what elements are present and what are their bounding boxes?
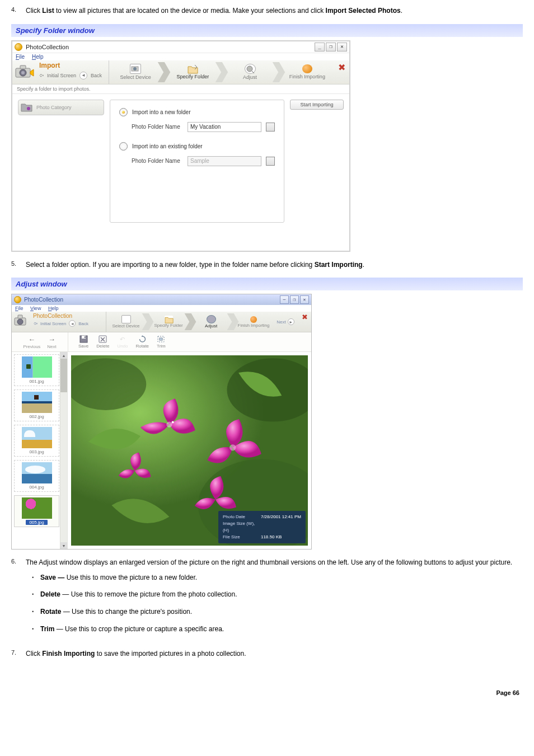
specify-folder-window: PhotoCollection _ ❐ ✕ File Help	[11, 40, 350, 252]
step-specify-folder[interactable]: Specify Folder	[150, 316, 187, 328]
radio-new-folder[interactable]	[119, 108, 128, 116]
close-tool[interactable]: ✖	[298, 312, 311, 332]
select-device-icon	[121, 315, 131, 323]
adjust-window: PhotoCollection – ❐ ✕ File View Help	[11, 294, 312, 550]
thumbnail-caption: 005.jpg	[26, 520, 47, 525]
trim-icon	[157, 335, 165, 343]
meta-date-value: 7/28/2001 12:41 PM	[261, 514, 301, 520]
bullet-icon: ▪	[26, 589, 40, 598]
radio-existing-folder[interactable]	[119, 142, 128, 151]
step-adjust[interactable]: Adjust	[225, 64, 275, 80]
back-label: Back	[78, 321, 88, 326]
adjust-icon	[207, 315, 216, 323]
app-icon	[15, 43, 22, 51]
folder-name-input-disabled: Sample	[188, 156, 261, 166]
thumbnail-caption: 003.jpg	[29, 449, 44, 454]
menu-help[interactable]: Help	[48, 306, 59, 311]
back-button[interactable]: ◄	[79, 72, 87, 79]
initial-screen-icon: ➪	[33, 321, 38, 326]
menu-file[interactable]: File	[16, 54, 25, 60]
step-5-text: Select a folder option. If you are impor…	[26, 260, 523, 270]
meta-date-label: Photo Date	[223, 514, 255, 520]
thumbnail-item[interactable]: 001.jpg	[14, 354, 59, 386]
scrollbar[interactable]: ▲ ▼	[60, 352, 67, 549]
thumbnail-caption: 002.jpg	[29, 414, 44, 419]
back-button[interactable]: ◄	[69, 320, 76, 327]
thumbnail-item[interactable]: 003.jpg	[14, 425, 59, 457]
thumbnail-image	[22, 427, 52, 448]
delete-button[interactable]: Delete	[96, 335, 109, 349]
thumbnail-image	[22, 497, 52, 519]
rotate-icon	[138, 335, 147, 343]
svg-rect-13	[85, 336, 86, 338]
svg-point-2	[21, 71, 25, 74]
trim-button[interactable]: Trim	[157, 335, 166, 349]
minimize-button[interactable]: –	[280, 295, 289, 304]
step-7-text: Click Finish Importing to save the impor…	[26, 649, 523, 659]
initial-screen-link[interactable]: Initial Screen	[47, 73, 76, 78]
menu-file[interactable]: File	[15, 306, 24, 311]
nav-next[interactable]: → Next	[47, 335, 56, 349]
save-button[interactable]: Save	[78, 335, 88, 349]
folder-name-input[interactable]: My Vacation	[188, 122, 261, 132]
meta-filesize-label: File Size	[223, 534, 255, 541]
thumbnail-item[interactable]: 002.jpg	[14, 389, 59, 421]
browse-button-disabled	[266, 157, 275, 166]
undo-icon: ↶	[118, 335, 127, 343]
step-select-device[interactable]: Select Device	[110, 64, 161, 80]
close-button[interactable]: ✕	[300, 295, 309, 304]
wizard-steps: Select Device Specify Folder Adjust	[109, 60, 334, 84]
finish-icon	[302, 64, 312, 73]
specify-folder-heading: Specify Folder window	[11, 24, 523, 37]
photo-category-card[interactable]: Photo Category	[18, 100, 104, 115]
minimize-button[interactable]: _	[315, 43, 325, 51]
browse-button[interactable]	[266, 123, 275, 132]
step-finish-importing[interactable]: Finish Importing	[282, 64, 332, 79]
import-block: PhotoCollection ➪ Initial Screen ◄ Back	[12, 312, 106, 332]
step-select-device[interactable]: Select Device	[107, 315, 144, 328]
start-importing-button[interactable]: Start Importing	[290, 100, 344, 110]
adjust-icon	[245, 64, 256, 74]
page-footer: Page 66	[11, 667, 523, 699]
rotate-button[interactable]: Rotate	[135, 335, 149, 349]
step-4-text: Click List to view all pictures that are…	[26, 6, 523, 16]
scroll-thumb[interactable]	[60, 359, 67, 392]
next-button[interactable]: Next ►	[273, 312, 298, 332]
preview-panel: Photo Date7/28/2001 12:41 PM Image Size …	[68, 352, 311, 549]
photo-metadata: Photo Date7/28/2001 12:41 PM Image Size …	[218, 511, 306, 543]
maximize-button[interactable]: ❐	[290, 295, 299, 304]
folder-options-panel: Import into a new folder Photo Folder Na…	[110, 100, 284, 223]
step-5-number: 5.	[11, 260, 26, 267]
nav-previous[interactable]: ← Previous	[23, 335, 40, 349]
maximize-button[interactable]: ❐	[326, 43, 336, 51]
app-icon	[14, 296, 21, 303]
initial-screen-link[interactable]: Initial Screen	[40, 321, 66, 326]
meta-size-label: Image Size (W), (H)	[223, 520, 255, 534]
close-button[interactable]: ✕	[337, 43, 347, 51]
sub-trim: ▪ Trim — Use this to crop the picture or…	[26, 624, 523, 635]
adjust-window-heading: Adjust window	[11, 278, 523, 290]
step-6: 6. The Adjust window displays an enlarge…	[11, 557, 523, 641]
bullet-icon: ▪	[26, 572, 40, 581]
window-controls: _ ❐ ✕	[315, 43, 347, 51]
close-tool[interactable]: ✖	[334, 60, 349, 84]
arrow-left-icon: ←	[28, 335, 35, 344]
thumbnail-item[interactable]: 004.jpg	[14, 460, 59, 492]
next-arrow-icon: ►	[288, 318, 294, 325]
thumbnail-image	[22, 462, 52, 483]
step-7: 7. Click Finish Importing to save the im…	[11, 649, 523, 659]
thumbnail-image	[22, 392, 52, 413]
svg-point-5	[133, 67, 137, 71]
step-finish-importing[interactable]: Finish Importing	[235, 316, 272, 328]
import-block: Import ➪ Initial Screen ◄ Back	[12, 60, 109, 84]
menu-view[interactable]: View	[30, 306, 41, 311]
menu-help[interactable]: Help	[32, 54, 44, 60]
import-label: Import	[39, 62, 109, 69]
step-4: 4. Click List to view all pictures that …	[11, 6, 523, 16]
step-5: 5. Select a folder option. If you are im…	[11, 260, 523, 270]
svg-point-21	[166, 422, 172, 428]
step-adjust[interactable]: Adjust	[193, 315, 229, 328]
step-specify-folder[interactable]: Specify Folder	[167, 64, 218, 79]
thumbnail-item-selected[interactable]: 005.jpg	[14, 495, 59, 527]
svg-point-23	[229, 444, 236, 450]
